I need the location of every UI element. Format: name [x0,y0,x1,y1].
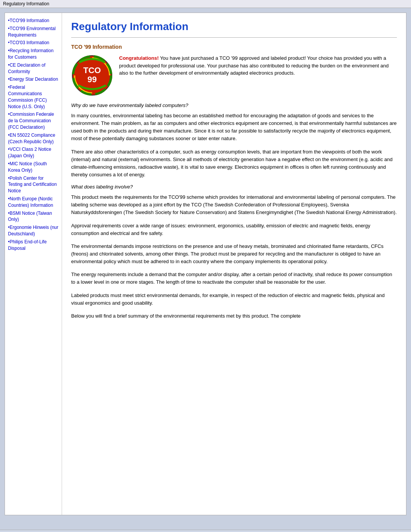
congrats-label: Congratulations! [119,55,159,61]
sidebar-link-tco99-env[interactable]: •TCO'99 Environmental Requirements [8,26,59,38]
sidebar-item-polish: •Polish Center for Testing and Certifica… [8,175,59,194]
sidebar-link-disposal[interactable]: •Philips End-of-Life Disposal [8,239,59,252]
paragraph-8: Below you will find a brief summary of t… [71,312,397,320]
paragraph-3: This product meets the requirements for … [71,193,397,216]
main-content: Regulatory Information TCO '99 Informati… [62,13,406,515]
sidebar-item-tco99-env: •TCO'99 Environmental Requirements [8,26,59,38]
italic-heading-2: What does labeling involve? [71,184,397,190]
sidebar-item-energy-star: •Energy Star Declaration [8,76,59,83]
tco-logo: TCO 99 [71,54,113,96]
browser-content: •TCO'99 Information•TCO'99 Environmental… [0,8,411,530]
sidebar-item-nordic: •North Europe (Nordic Countries) Informa… [8,196,59,209]
tco-logo-svg: TCO 99 [72,55,113,96]
sidebar-link-energy-star[interactable]: •Energy Star Declaration [8,76,59,83]
sidebar-link-tco03-info[interactable]: •TCO'03 Information [8,40,59,46]
page-title: Regulatory Information [71,21,397,33]
sidebar: •TCO'99 Information•TCO'99 Environmental… [5,13,62,515]
sidebar-item-bsmi: •BSMI Notice (Taiwan Only) [8,210,59,223]
svg-text:TCO: TCO [83,66,101,75]
page-container: •TCO'99 Information•TCO'99 Environmental… [5,13,406,515]
sidebar-item-recycling: •Recycling Information for Customers [8,48,59,61]
paragraph-2: There are also other characteristics of … [71,148,397,179]
tco-intro-text: Congratulations! You have just purchased… [119,54,397,96]
sidebar-item-mic: •MIC Notice (South Korea Only) [8,161,59,174]
paragraph-1: In many countries, environmental labelin… [71,112,397,143]
sidebar-link-fcc-notice[interactable]: •Federal Communications Commission (FCC)… [8,84,59,110]
sidebar-link-ce-declaration[interactable]: •CE Declaration of Conformity [8,62,59,75]
sidebar-item-tco03-info: •TCO'03 Information [8,40,59,46]
sidebar-item-en55022: •EN 55022 Compliance (Czech Republic Onl… [8,132,59,145]
sidebar-link-recycling[interactable]: •Recycling Information for Customers [8,48,59,61]
sidebar-link-tco99-info[interactable]: •TCO'99 Information [8,18,59,24]
status-bar: file:///D|/My%20documents/dfu/B2C/SWEDIS… [0,530,411,532]
congrats-text: You have just purchased a TCO '99 approv… [119,55,389,76]
sidebar-item-ce-declaration: •CE Declaration of Conformity [8,62,59,75]
sidebar-item-fcc-decl: •Commission Federale de la Communication… [8,111,59,130]
sidebar-link-vcci[interactable]: •VCCI Class 2 Notice (Japan Only) [8,146,59,159]
sidebar-link-nordic[interactable]: •North Europe (Nordic Countries) Informa… [8,196,59,209]
paragraph-6: The energy requirements include a demand… [71,271,397,286]
section-tco99-heading: TCO '99 Information [71,44,397,50]
italic-heading-1: Why do we have environmentally labeled c… [71,102,397,108]
svg-text:99: 99 [88,75,97,84]
divider [71,37,397,38]
sidebar-link-mic[interactable]: •MIC Notice (South Korea Only) [8,161,59,174]
title-bar-text: Regulatory Information [3,1,49,6]
sidebar-item-vcci: •VCCI Class 2 Notice (Japan Only) [8,146,59,159]
sidebar-link-polish[interactable]: •Polish Center for Testing and Certifica… [8,175,59,194]
sidebar-link-ergonomie[interactable]: •Ergonomie Hinweis (nur Deutschland) [8,224,59,237]
tco-intro-block: TCO 99 Congratulations! You have just pu… [71,54,397,96]
sidebar-item-disposal: •Philips End-of-Life Disposal [8,239,59,252]
sidebar-item-ergonomie: •Ergonomie Hinweis (nur Deutschland) [8,224,59,237]
sidebar-link-en55022[interactable]: •EN 55022 Compliance (Czech Republic Onl… [8,132,59,145]
title-bar: Regulatory Information [0,0,411,8]
paragraph-5: The environmental demands impose restric… [71,243,397,265]
sidebar-link-fcc-decl[interactable]: •Commission Federale de la Communication… [8,111,59,130]
sidebar-item-fcc-notice: •Federal Communications Commission (FCC)… [8,84,59,110]
paragraph-4: Approval requirements cover a wide range… [71,222,397,237]
sidebar-item-tco99-info: •TCO'99 Information [8,18,59,24]
paragraph-7: Labeled products must meet strict enviro… [71,292,397,307]
sidebar-link-bsmi[interactable]: •BSMI Notice (Taiwan Only) [8,210,59,223]
